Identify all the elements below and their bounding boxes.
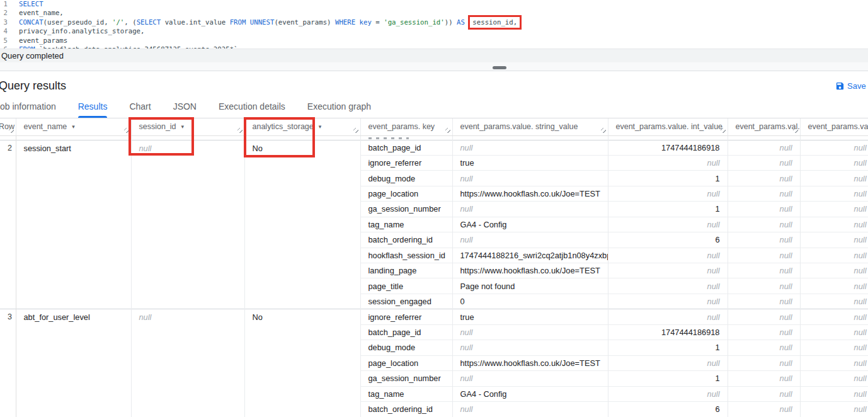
event-name-cell: abt_for_user_level (16, 309, 131, 417)
sql-token: , ( (124, 18, 136, 26)
column-header-val-2[interactable]: event_params.val... (800, 118, 868, 135)
column-header-val-1[interactable]: event_params.val... (728, 118, 800, 135)
int-value-cell: 1 (608, 340, 728, 355)
sql-editor[interactable]: 1SELECT2event_name,3CONCAT(user_pseudo_i… (0, 0, 868, 49)
value-cell: null (800, 248, 868, 263)
sql-editor-line: 4privacy_info.analytics_storage, (0, 27, 868, 36)
int-value-cell: 1 (608, 171, 728, 186)
int-value-cell: null (608, 186, 728, 201)
value-cell: null (800, 309, 868, 324)
column-label: event_params.val... (736, 122, 801, 131)
int-value-cell: null (608, 155, 728, 170)
clipped-cell (131, 135, 244, 140)
sql-editor-line: 5event_params (0, 37, 868, 45)
table-row: 2session_startnullNobatch_page_idnull174… (0, 140, 868, 155)
param-key-cell: tag_name (360, 386, 452, 401)
sql-code: SELECT (19, 0, 43, 9)
param-key-cell: debug_mode (360, 171, 452, 186)
column-dropdown-icon[interactable]: ▾ (319, 123, 322, 130)
tab-json[interactable]: JSON (173, 101, 197, 118)
save-results-button[interactable]: Save results (835, 79, 868, 92)
string-value-cell: null (452, 401, 608, 416)
column-resize-handle[interactable] (601, 128, 606, 133)
sql-editor-line: 2event_name, (0, 9, 868, 18)
string-value-cell: null (452, 371, 608, 386)
results-table: Rowevent_name▾session_id▾analytics_stora… (0, 118, 868, 417)
value-cell: null (728, 294, 800, 309)
int-value-cell: 1747444186918 (608, 140, 728, 155)
sql-code: event_params (19, 37, 67, 45)
highlighted-sql-token: session_id, (470, 17, 520, 28)
save-results-label: Save results (847, 81, 868, 91)
panel-splitter (0, 62, 868, 71)
column-header-row[interactable]: Row (0, 118, 16, 135)
value-cell: null (800, 171, 868, 186)
analytics-storage-cell: No (244, 309, 360, 417)
column-resize-handle[interactable] (124, 128, 129, 133)
sql-token: event_params (19, 37, 67, 45)
int-value-cell: null (608, 248, 728, 263)
string-value-cell: null (452, 340, 608, 355)
column-resize-handle[interactable] (9, 128, 14, 133)
value-cell: null (728, 278, 800, 294)
column-label: event_params.val... (808, 122, 868, 131)
column-header-session-id[interactable]: session_id▾ (131, 118, 244, 135)
session-id-cell: null (131, 140, 244, 309)
column-resize-handle[interactable] (721, 128, 726, 133)
sql-token (465, 18, 469, 26)
value-cell: null (728, 202, 800, 217)
sql-token: (event_params) (274, 18, 335, 26)
value-cell: null (800, 202, 868, 217)
tab-chart[interactable]: Chart (129, 101, 151, 118)
int-value-cell: null (608, 294, 728, 309)
int-value-cell: 1 (608, 202, 728, 217)
column-dropdown-icon[interactable]: ▾ (181, 123, 185, 130)
value-cell: null (728, 355, 800, 370)
column-resize-handle[interactable] (445, 128, 450, 133)
string-value-cell: true (452, 309, 608, 324)
clipped-cell (800, 135, 868, 140)
string-value-cell: 0 (452, 294, 608, 309)
column-resize-handle[interactable] (353, 128, 358, 133)
line-number: 5 (0, 37, 8, 45)
sql-token: '/' (112, 18, 124, 26)
string-value-cell: null (452, 232, 608, 248)
sql-token: value.int_value (161, 18, 229, 26)
clipped-cell (0, 135, 16, 140)
splitter-drag-handle[interactable] (493, 66, 506, 69)
column-header-event-params-key[interactable]: event_params. key (360, 118, 452, 135)
column-dropdown-icon[interactable]: ▾ (72, 123, 75, 130)
column-header-analytics-storage[interactable]: analytics_storage▾ (244, 118, 360, 135)
value-cell: null (728, 140, 800, 155)
sql-token: AS (457, 18, 465, 26)
param-key-cell: page_location (360, 355, 452, 370)
tab-execution-graph[interactable]: Execution graph (307, 101, 371, 118)
value-cell: null (800, 386, 868, 401)
string-value-cell: null (452, 140, 608, 155)
clipped-cell (244, 135, 360, 140)
column-header-string-value[interactable]: event_params.value. string_value (452, 118, 608, 135)
sql-token: 'ga_session_id' (384, 18, 445, 26)
tab-job-information[interactable]: Job information (0, 101, 56, 118)
line-number: 3 (0, 18, 8, 27)
value-cell: null (728, 309, 800, 324)
column-resize-handle[interactable] (237, 128, 243, 133)
tab-execution-details[interactable]: Execution details (219, 101, 285, 118)
column-header-event-name[interactable]: event_name▾ (16, 118, 131, 135)
clipped-row (0, 135, 868, 140)
string-value-cell: 1747444188216_swri2cq2atjb1n08y4zxbp (452, 248, 608, 263)
int-value-cell: null (608, 355, 728, 370)
column-header-int-value[interactable]: event_params.value. int_value (608, 118, 728, 135)
query-status-bar: Query completed (0, 49, 868, 62)
column-resize-handle[interactable] (793, 128, 798, 133)
sql-editor-line: 3CONCAT(user_pseudo_id, '/', (SELECT val… (0, 18, 868, 27)
column-label: event_params.value. string_value (460, 122, 578, 131)
column-label: session_id (139, 122, 176, 131)
param-key-cell: session_engaged (360, 294, 452, 309)
param-key-cell: batch_page_id (360, 140, 452, 155)
string-value-cell: Page not found (452, 278, 608, 294)
tab-results[interactable]: Results (78, 101, 108, 118)
value-cell: null (728, 263, 800, 278)
string-value-cell: true (452, 155, 608, 170)
value-cell: null (800, 155, 868, 170)
